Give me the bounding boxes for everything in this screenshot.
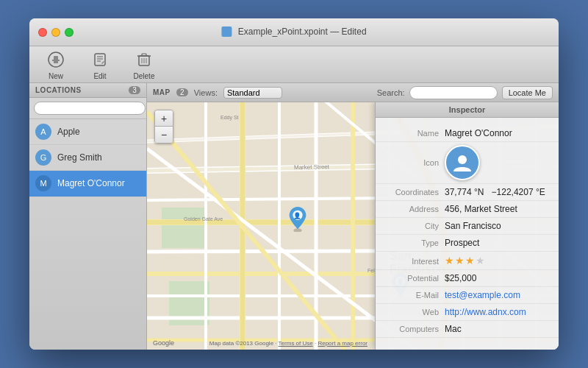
inspector-computers-row: Computers Mac bbox=[376, 321, 559, 338]
sidebar-title: LOCATIONS bbox=[35, 86, 82, 94]
inspector-coordinates-row: Coordinates 37,774 °N −122,4207 °E bbox=[376, 184, 559, 201]
inspector-address-row: Address 456, Market Street bbox=[376, 201, 559, 218]
views-label: Views: bbox=[194, 88, 218, 97]
titlebar: Example_xPoint.xpoint — Edited bbox=[29, 18, 559, 46]
icon-label: Icon bbox=[387, 158, 439, 167]
inspector-name-row: Name Magret O'Connor bbox=[376, 125, 559, 142]
type-value: Prospect bbox=[445, 238, 547, 248]
avatar-apple: A bbox=[35, 124, 51, 140]
svg-point-56 bbox=[458, 155, 467, 164]
map-area: MAP 2 Views: Standard Satellite Hybrid S… bbox=[147, 83, 559, 350]
svg-rect-4 bbox=[95, 54, 105, 66]
views-dropdown[interactable]: Standard Satellite Hybrid bbox=[223, 87, 282, 99]
sidebar-header: LOCATIONS 3 bbox=[29, 83, 146, 98]
sidebar-item-apple[interactable]: A Apple bbox=[29, 119, 146, 145]
svg-rect-15 bbox=[162, 208, 206, 248]
coordinates-value: 37,774 °N −122,4207 °E bbox=[445, 187, 547, 197]
inspector-icon-row: Icon bbox=[376, 142, 559, 184]
name-label: Name bbox=[387, 129, 439, 138]
svg-text:👤: 👤 bbox=[294, 212, 302, 220]
inspector-panel: Inspector Name Magret O'Connor Icon bbox=[375, 102, 559, 350]
inspector-interest-row: Interest ★★★★ bbox=[376, 252, 559, 270]
potential-label: Potential bbox=[387, 274, 439, 283]
email-label: E-Mail bbox=[387, 291, 439, 300]
toolbar: New Edit bbox=[29, 46, 559, 83]
inspector-type-row: Type Prospect bbox=[376, 235, 559, 252]
window-title: Example_xPoint.xpoint — Edited bbox=[221, 26, 366, 38]
minimize-button[interactable] bbox=[51, 28, 60, 37]
inspector-city-row: City San Francisco bbox=[376, 218, 559, 235]
new-button[interactable]: New bbox=[41, 49, 71, 80]
title-text: Example_xPoint.xpoint — Edited bbox=[238, 26, 367, 37]
maximize-button[interactable] bbox=[65, 28, 74, 37]
avatar-magret: M bbox=[35, 175, 51, 191]
sidebar-item-magret[interactable]: M Magret O'Connor bbox=[29, 171, 146, 197]
email-value: test@example.com bbox=[445, 290, 547, 300]
city-value: San Francisco bbox=[445, 221, 547, 231]
delete-icon bbox=[134, 49, 154, 70]
type-label: Type bbox=[387, 238, 439, 247]
map-title: MAP bbox=[153, 88, 171, 96]
new-icon bbox=[46, 49, 66, 70]
map-zoom-controls: + − bbox=[154, 110, 173, 144]
close-button[interactable] bbox=[38, 28, 47, 37]
edit-button[interactable]: Edit bbox=[85, 49, 115, 80]
svg-text:Eddy St: Eddy St bbox=[220, 115, 239, 121]
sidebar-item-label: Greg Smith bbox=[57, 152, 102, 163]
address-label: Address bbox=[387, 205, 439, 213]
inspector-header: Inspector bbox=[376, 102, 559, 118]
inspector-web-row: Web http://www.adnx.com bbox=[376, 304, 559, 321]
document-icon bbox=[221, 26, 232, 37]
main-content: LOCATIONS 3 ↻ A Apple G Greg Smith M Mag… bbox=[29, 83, 559, 350]
map-header: MAP 2 Views: Standard Satellite Hybrid S… bbox=[147, 83, 559, 102]
map-header-left: MAP 2 Views: Standard Satellite Hybrid bbox=[153, 87, 282, 99]
main-window: Example_xPoint.xpoint — Edited New bbox=[29, 18, 559, 350]
web-value: http://www.adnx.com bbox=[445, 307, 547, 317]
sidebar-item-label: Apple bbox=[57, 127, 80, 137]
person-icon bbox=[445, 145, 480, 180]
sidebar: LOCATIONS 3 ↻ A Apple G Greg Smith M Mag… bbox=[29, 83, 147, 350]
map-search-label: Search: bbox=[377, 88, 405, 97]
sidebar-item-greg[interactable]: G Greg Smith bbox=[29, 145, 146, 171]
coordinates-label: Coordinates bbox=[387, 188, 439, 197]
svg-rect-10 bbox=[142, 54, 146, 56]
svg-rect-3 bbox=[54, 61, 58, 63]
delete-button[interactable]: Delete bbox=[129, 49, 159, 80]
web-label: Web bbox=[387, 308, 439, 316]
map-badge: 2 bbox=[176, 88, 188, 96]
sidebar-search-input[interactable] bbox=[34, 102, 146, 115]
address-value: 456, Market Street bbox=[445, 204, 547, 214]
interest-stars: ★★★★ bbox=[445, 255, 547, 266]
svg-rect-2 bbox=[52, 60, 60, 61]
edit-label: Edit bbox=[93, 72, 106, 80]
edit-icon bbox=[90, 49, 110, 70]
potential-value: $25,000 bbox=[445, 273, 547, 283]
zoom-out-button[interactable]: − bbox=[155, 127, 173, 143]
map-pin-1[interactable]: 👤 bbox=[287, 205, 309, 232]
delete-label: Delete bbox=[134, 72, 155, 80]
map-search-input[interactable] bbox=[409, 86, 498, 99]
sidebar-item-label: Magret O'Connor bbox=[57, 178, 125, 188]
inspector-email-row: E-Mail test@example.com bbox=[376, 287, 559, 304]
locate-me-button[interactable]: Locate Me bbox=[502, 86, 553, 99]
inspector-potential-row: Potential $25,000 bbox=[376, 270, 559, 287]
sidebar-list: A Apple G Greg Smith M Magret O'Connor bbox=[29, 119, 146, 350]
zoom-in-button[interactable]: + bbox=[155, 110, 173, 127]
interest-label: Interest bbox=[387, 257, 439, 266]
svg-text:Golden Gate Ave: Golden Gate Ave bbox=[184, 216, 223, 222]
name-value: Magret O'Connor bbox=[445, 128, 547, 138]
computers-label: Computers bbox=[387, 325, 439, 333]
sidebar-badge: 3 bbox=[129, 86, 140, 94]
inspector-body: Name Magret O'Connor Icon bbox=[376, 118, 559, 350]
computers-value: Mac bbox=[445, 324, 547, 334]
map-header-right: Search: Locate Me bbox=[377, 86, 553, 99]
traffic-lights bbox=[29, 28, 74, 37]
new-label: New bbox=[49, 72, 63, 80]
svg-text:Market Street: Market Street bbox=[294, 163, 330, 171]
city-label-insp: City bbox=[387, 222, 439, 230]
sidebar-search-area: ↻ bbox=[29, 98, 146, 119]
avatar-greg: G bbox=[35, 149, 51, 166]
map-credit: Map data ©2013 Google · Terms of Use · R… bbox=[209, 340, 368, 347]
map-canvas: Market Street Golden Gate Ave Fell St Tu… bbox=[147, 102, 559, 350]
google-logo: Google bbox=[153, 339, 174, 347]
